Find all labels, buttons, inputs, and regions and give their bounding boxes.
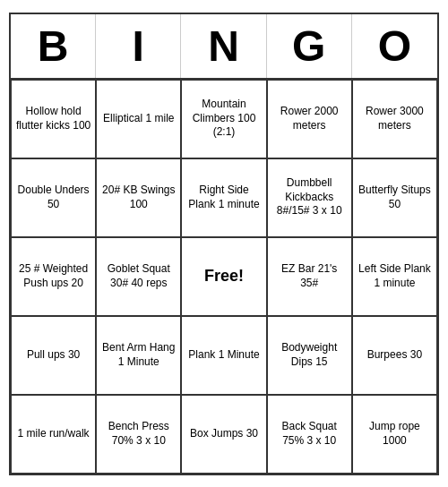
bingo-header: BINGO bbox=[11, 14, 437, 78]
bingo-cell-23[interactable]: Back Squat 75% 3 x 10 bbox=[267, 395, 352, 474]
bingo-cell-2[interactable]: Mountain Climbers 100 (2:1) bbox=[181, 80, 266, 158]
bingo-cell-3[interactable]: Rower 2000 meters bbox=[267, 80, 352, 158]
bingo-cell-7[interactable]: Right Side Plank 1 minute bbox=[181, 158, 266, 237]
bingo-grid: Hollow hold flutter kicks 100Elliptical … bbox=[11, 78, 437, 474]
bingo-cell-8[interactable]: Dumbbell Kickbacks 8#/15# 3 x 10 bbox=[267, 158, 352, 237]
bingo-cell-10[interactable]: 25 # Weighted Push ups 20 bbox=[11, 237, 96, 316]
bingo-cell-4[interactable]: Rower 3000 meters bbox=[352, 80, 437, 158]
bingo-cell-1[interactable]: Elliptical 1 mile bbox=[96, 80, 181, 158]
bingo-cell-0[interactable]: Hollow hold flutter kicks 100 bbox=[11, 80, 96, 158]
bingo-cell-5[interactable]: Double Unders 50 bbox=[11, 158, 96, 237]
bingo-cell-11[interactable]: Goblet Squat 30# 40 reps bbox=[96, 237, 181, 316]
bingo-cell-24[interactable]: Jump rope 1000 bbox=[352, 395, 437, 474]
bingo-cell-16[interactable]: Bent Arm Hang 1 Minute bbox=[96, 316, 181, 395]
bingo-cell-9[interactable]: Butterfly Situps 50 bbox=[352, 158, 437, 237]
bingo-letter-n: N bbox=[181, 14, 266, 78]
bingo-cell-20[interactable]: 1 mile run/walk bbox=[11, 395, 96, 474]
bingo-cell-19[interactable]: Burpees 30 bbox=[352, 316, 437, 395]
bingo-letter-b: B bbox=[11, 14, 96, 78]
free-cell[interactable]: Free! bbox=[181, 237, 266, 316]
bingo-card: BINGO Hollow hold flutter kicks 100Ellip… bbox=[9, 13, 439, 475]
bingo-cell-15[interactable]: Pull ups 30 bbox=[11, 316, 96, 395]
bingo-cell-22[interactable]: Box Jumps 30 bbox=[181, 395, 266, 474]
bingo-letter-o: O bbox=[352, 14, 437, 78]
bingo-cell-21[interactable]: Bench Press 70% 3 x 10 bbox=[96, 395, 181, 474]
bingo-cell-18[interactable]: Bodyweight Dips 15 bbox=[267, 316, 352, 395]
bingo-cell-14[interactable]: Left Side Plank 1 minute bbox=[352, 237, 437, 316]
bingo-cell-17[interactable]: Plank 1 Minute bbox=[181, 316, 266, 395]
bingo-letter-g: G bbox=[267, 14, 352, 78]
bingo-cell-13[interactable]: EZ Bar 21's 35# bbox=[267, 237, 352, 316]
bingo-cell-6[interactable]: 20# KB Swings 100 bbox=[96, 158, 181, 237]
bingo-letter-i: I bbox=[96, 14, 181, 78]
